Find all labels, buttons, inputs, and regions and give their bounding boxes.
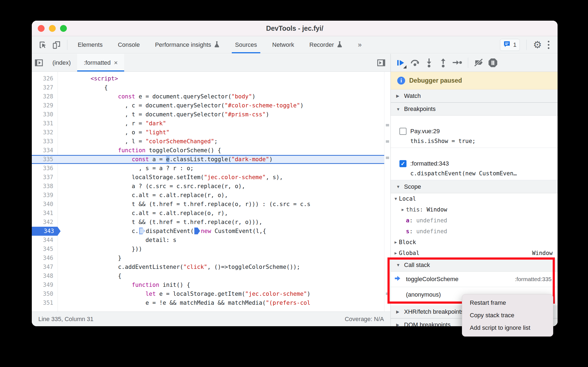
line-number[interactable]: 334 — [32, 146, 58, 155]
code-text[interactable]: , l = "colorSchemeChanged"; — [58, 137, 384, 146]
code-line-343[interactable]: 343 c.dispatchEvent(new CustomEvent(l,{ — [32, 227, 384, 236]
chevron-right-icon[interactable]: ▶ — [402, 207, 406, 212]
code-text[interactable]: c.alt = c.alt.replace(r, o), — [58, 191, 384, 200]
code-line-339[interactable]: 339 c.alt = c.alt.replace(r, o), — [32, 191, 384, 200]
issues-button[interactable]: 1 — [500, 39, 520, 51]
line-number[interactable]: 345 — [32, 245, 58, 254]
inline-breakpoint-active-icon[interactable] — [194, 228, 200, 234]
panel-tab-elements[interactable]: Elements — [70, 36, 110, 53]
show-navigator-icon[interactable] — [32, 54, 46, 71]
line-number[interactable]: 327 — [32, 83, 58, 92]
code-text[interactable]: const e = document.querySelector("body") — [58, 92, 384, 101]
context-menu-item-add-script-to-ignore-list[interactable]: Add script to ignore list — [462, 322, 553, 334]
code-text[interactable]: })) — [58, 245, 384, 254]
chevron-right-icon[interactable]: ▶ — [395, 251, 399, 256]
panel-tab-console[interactable]: Console — [110, 36, 148, 53]
code-text[interactable]: t && (t.href = t.href.replace(r, o))), — [58, 218, 384, 227]
panel-tab-sources[interactable]: Sources — [227, 36, 265, 53]
code-line-326[interactable]: 326 <script> — [32, 74, 384, 83]
chevron-right-icon[interactable]: ▶ — [395, 240, 399, 245]
code-text[interactable]: c.addEventListener("click", ()=>toggleCo… — [58, 263, 384, 272]
line-number[interactable]: 332 — [32, 128, 58, 137]
code-line-344[interactable]: 344 detail: s — [32, 236, 384, 245]
step-button[interactable] — [451, 57, 464, 69]
section-watch[interactable]: ▶ Watch — [391, 89, 558, 102]
inline-breakpoint-candidate-icon[interactable] — [139, 228, 145, 234]
code-text[interactable]: , c = document.querySelector("#color-sch… — [58, 101, 384, 110]
line-number[interactable]: 333 — [32, 137, 58, 146]
line-number[interactable]: 340 — [32, 200, 58, 209]
section-scope[interactable]: ▼ Scope — [391, 180, 558, 193]
code-text[interactable]: localStorage.setItem("jec.color-scheme",… — [58, 173, 384, 182]
code-line-328[interactable]: 328 const e = document.querySelector("bo… — [32, 92, 384, 101]
panel-tab-recorder[interactable]: Recorder — [302, 36, 350, 53]
code-text[interactable]: let e = localStorage.getItem("jec.color-… — [58, 290, 384, 298]
section-breakpoints[interactable]: ▼ Breakpoints — [391, 102, 558, 116]
code-line-350[interactable]: 350 let e = localStorage.getItem("jec.co… — [32, 290, 384, 298]
step-into-button[interactable] — [423, 57, 435, 69]
line-number[interactable]: 331 — [32, 119, 58, 128]
code-line-330[interactable]: 330 , t = document.querySelector("#prism… — [32, 110, 384, 119]
breakpoint-checkbox[interactable] — [399, 128, 406, 135]
code-line-351[interactable]: 351 e = !e && matchMedia && matchMedia("… — [32, 298, 384, 307]
code-text[interactable]: detail: s — [58, 236, 384, 245]
panel-tab-network[interactable]: Network — [265, 36, 302, 53]
more-options-kebab-icon[interactable] — [546, 41, 552, 49]
show-debugger-panel-icon[interactable] — [374, 54, 388, 71]
code-line-346[interactable]: 346 } — [32, 254, 384, 263]
line-number[interactable]: 338 — [32, 182, 58, 191]
code-line-340[interactable]: 340 t && (t.href = t.href.replace(o, r))… — [32, 200, 384, 209]
code-line-341[interactable]: 341 c.alt = c.alt.replace(o, r), — [32, 209, 384, 218]
code-editor[interactable]: 326 <script>327 {328 const e = document.… — [32, 72, 390, 312]
code-text[interactable]: , o = "light" — [58, 128, 384, 137]
line-number[interactable]: 336 — [32, 164, 58, 173]
line-number[interactable]: 344 — [32, 236, 58, 245]
device-toolbar-icon[interactable] — [51, 39, 62, 51]
line-number[interactable]: 335 — [32, 155, 58, 164]
code-line-345[interactable]: 345 })) — [32, 245, 384, 254]
chevron-down-icon[interactable]: ▼ — [395, 196, 399, 201]
step-over-button[interactable] — [409, 57, 421, 69]
code-line-349[interactable]: 349 function init() { — [32, 281, 384, 290]
code-line-334[interactable]: 334 function toggleColorScheme() { — [32, 146, 384, 155]
line-number[interactable]: 346 — [32, 254, 58, 263]
code-line-327[interactable]: 327 { — [32, 83, 384, 92]
line-number[interactable]: 339 — [32, 191, 58, 200]
code-line-333[interactable]: 333 , l = "colorSchemeChanged"; — [32, 137, 384, 146]
code-text[interactable]: function init() { — [58, 281, 384, 290]
line-number[interactable]: 351 — [32, 298, 58, 307]
file-tab-formatted[interactable]: :formatted × — [77, 54, 124, 71]
scope-row-a[interactable]: a: undefined — [391, 215, 558, 226]
line-number[interactable]: 350 — [32, 290, 58, 298]
context-menu-item-copy-stack-trace[interactable]: Copy stack trace — [462, 309, 553, 322]
breakpoint-flag[interactable]: 343 — [32, 227, 61, 236]
line-number[interactable]: 342 — [32, 218, 58, 227]
code-text[interactable]: <script> — [58, 74, 384, 83]
editor-scrollbar[interactable] — [384, 72, 390, 312]
line-number[interactable]: 347 — [32, 263, 58, 272]
breakpoint-code-preview[interactable]: c.dispatchEvent(new CustomEven… — [391, 169, 558, 178]
code-line-336[interactable]: 336 , s = a ? r : o; — [32, 164, 384, 173]
code-line-332[interactable]: 332 , o = "light" — [32, 128, 384, 137]
code-line-337[interactable]: 337 localStorage.setItem("jec.color-sche… — [32, 173, 384, 182]
code-text[interactable]: const a = e.classList.toggle("dark-mode"… — [58, 155, 384, 164]
code-text[interactable]: , t = document.querySelector("#prism-css… — [58, 110, 384, 119]
code-line-338[interactable]: 338 a ? (c.src = c.src.replace(r, o), — [32, 182, 384, 191]
context-menu-item-restart-frame[interactable]: Restart frame — [462, 297, 553, 309]
code-line-348[interactable]: 348 { — [32, 272, 384, 281]
code-text[interactable]: a ? (c.src = c.src.replace(r, o), — [58, 182, 384, 191]
close-window-button[interactable] — [38, 25, 45, 32]
section-call-stack[interactable]: ▼ Call stack — [391, 259, 558, 272]
resume-script-button[interactable] — [395, 57, 407, 69]
line-number[interactable]: 337 — [32, 173, 58, 182]
code-text[interactable]: t && (t.href = t.href.replace(o, r))) : … — [58, 200, 384, 209]
breakpoint-checkbox[interactable]: ✓ — [399, 160, 406, 167]
code-text[interactable]: } — [58, 254, 384, 263]
pause-on-exceptions-button[interactable] — [487, 57, 499, 69]
close-tab-icon[interactable]: × — [114, 59, 118, 67]
scope-row-this[interactable]: ▶this: Window — [391, 204, 558, 215]
code-line-347[interactable]: 347 c.addEventListener("click", ()=>togg… — [32, 263, 384, 272]
settings-gear-icon[interactable]: ⚙ — [533, 40, 542, 50]
deactivate-breakpoints-button[interactable] — [473, 57, 485, 69]
code-line-335[interactable]: 335 const a = e.classList.toggle("dark-m… — [32, 155, 384, 164]
